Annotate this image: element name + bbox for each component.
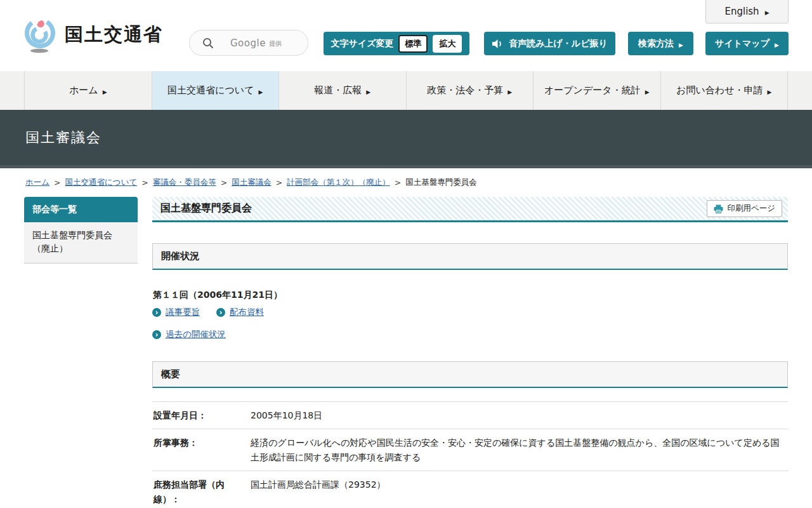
nav-item-home[interactable]: ホーム [25, 71, 152, 110]
sidebar: 部会等一覧 国土基盤専門委員会（廃止） [24, 197, 138, 264]
page-banner: 国土審議会 [0, 110, 812, 168]
triangle-right-icon [258, 85, 263, 97]
breadcrumb-link-kokudo-shingikai[interactable]: 国土審議会 [232, 177, 272, 188]
section-heading-overview: 概要 [152, 361, 788, 388]
sidebar-title: 部会等一覧 [24, 197, 138, 222]
nav-label: 国土交通省について [167, 84, 254, 97]
mlit-logo-mark-icon [24, 17, 58, 53]
meeting-title: 第１１回（2006年11月21日） [153, 290, 788, 301]
speaker-icon [492, 39, 504, 49]
nav-item-about-mlit[interactable]: 国土交通省について [152, 71, 280, 110]
content-area: 部会等一覧 国土基盤専門委員会（廃止） 国土基盤専門委員会 [0, 188, 812, 508]
breadcrumb: ホーム 国土交通省について 審議会・委員会等 国土審議会 計画部会（第１次）（廃… [25, 177, 788, 188]
search-icon [202, 37, 214, 49]
mlit-logo[interactable]: 国土交通省 [24, 17, 163, 53]
chevron-circle-icon [152, 308, 161, 317]
link-item: 配布資料 [216, 307, 264, 318]
printer-icon [714, 204, 723, 213]
triangle-right-icon [366, 85, 370, 97]
link-item: 過去の開催状況 [152, 329, 226, 340]
global-nav-inner: ホーム 国土交通省について 報道・広報 政策・法令・予算 オープンデータ・統計 … [24, 71, 788, 110]
banner-title: 国土審議会 [25, 128, 102, 147]
nav-label: 報道・広報 [314, 84, 362, 97]
site-header: English 国土交通省 [0, 0, 812, 71]
print-page-button[interactable]: 印刷用ページ [707, 200, 782, 217]
breadcrumb-current: 国土基盤専門委員会 [405, 177, 477, 188]
section-meetings: 開催状況 第１１回（2006年11月21日） 議事要旨 配布資料 [152, 243, 788, 340]
overview-table: 設置年月日： 2005年10月18日 所掌事務： 経済のグローバル化への対応や国… [152, 401, 788, 508]
row-label: 設置年月日： [154, 408, 251, 422]
nav-label: 政策・法令・予算 [427, 84, 503, 97]
row-label: 庶務担当部署（内線）： [154, 478, 251, 506]
breadcrumb-link-home[interactable]: ホーム [25, 177, 49, 188]
search-provider-label: Google [230, 37, 266, 49]
nav-item-open-data[interactable]: オープンデータ・統計 [534, 71, 661, 110]
global-nav: ホーム 国土交通省について 報道・広報 政策・法令・予算 オープンデータ・統計 … [0, 71, 812, 110]
site-search-input[interactable]: Google 提供 [189, 30, 308, 56]
minutes-summary-link[interactable]: 議事要旨 [166, 307, 200, 318]
section-heading-meetings: 開催状況 [152, 243, 788, 270]
nav-label: ホーム [69, 84, 98, 97]
meeting-links-row: 議事要旨 配布資料 [152, 307, 788, 318]
row-label: 所掌事務： [154, 436, 251, 464]
sidebar-item-kokudo-kiban[interactable]: 国土基盤専門委員会（廃止） [24, 222, 138, 264]
row-value: 経済のグローバル化への対応や国民生活の安全・安心・安定の確保に資する国土基盤整備… [251, 436, 787, 464]
triangle-right-icon [645, 85, 650, 97]
triangle-right-icon [765, 6, 769, 17]
english-button[interactable]: English [705, 0, 789, 23]
breadcrumb-link-keikaku-bukai[interactable]: 計画部会（第１次）（廃止） [287, 177, 390, 188]
print-page-label: 印刷用ページ [727, 203, 775, 214]
table-row: 設置年月日： 2005年10月18日 [152, 401, 788, 429]
main-content: 国土基盤専門委員会 印刷用ページ [152, 197, 788, 508]
link-item: 議事要旨 [152, 307, 200, 318]
chevron-circle-icon [216, 308, 225, 317]
nav-label: オープンデータ・統計 [544, 84, 641, 97]
table-row: 庶務担当部署（内線）： 国土計画局総合計画課（29352） [152, 471, 788, 508]
triangle-right-icon [679, 39, 683, 49]
breadcrumb-link-councils[interactable]: 審議会・委員会等 [153, 177, 216, 188]
row-value: 国土計画局総合計画課（29352） [251, 478, 787, 506]
font-size-label: 文字サイズ変更 [331, 38, 394, 50]
search-method-label: 検索方法 [638, 38, 674, 50]
search-method-button[interactable]: 検索方法 [628, 32, 693, 55]
text-to-speech-button[interactable]: 音声読み上げ・ルビ振り [484, 32, 615, 55]
font-size-standard-button[interactable]: 標準 [398, 35, 428, 53]
sitemap-label: サイトマップ [715, 38, 769, 50]
nav-label: お問い合わせ・申請 [676, 84, 763, 97]
past-meetings-link[interactable]: 過去の開催状況 [166, 329, 226, 340]
chevron-circle-icon [152, 330, 161, 339]
triangle-right-icon [508, 85, 512, 97]
sitemap-button[interactable]: サイトマップ [705, 32, 789, 55]
font-size-large-button[interactable]: 拡大 [433, 35, 462, 53]
page: English 国土交通省 [0, 0, 812, 508]
handout-materials-link[interactable]: 配布資料 [230, 307, 264, 318]
tts-label: 音声読み上げ・ルビ振り [509, 38, 608, 50]
search-provided-by-label: 提供 [269, 37, 282, 48]
site-title: 国土交通省 [65, 22, 163, 48]
row-value: 2005年10月18日 [251, 408, 787, 422]
triangle-right-icon [775, 39, 779, 49]
triangle-right-icon [103, 85, 107, 97]
english-label: English [724, 6, 759, 17]
triangle-right-icon [767, 85, 771, 97]
past-meetings-row: 過去の開催状況 [152, 329, 788, 340]
page-title-bar: 国土基盤専門委員会 印刷用ページ [152, 197, 788, 222]
nav-item-contact[interactable]: お問い合わせ・申請 [661, 71, 789, 110]
nav-item-press[interactable]: 報道・広報 [279, 71, 407, 110]
page-title: 国土基盤専門委員会 [160, 202, 252, 215]
section-overview: 概要 設置年月日： 2005年10月18日 所掌事務： 経済のグローバル化への対… [152, 361, 788, 508]
font-size-control: 文字サイズ変更 標準 拡大 [324, 32, 469, 55]
breadcrumb-link-about-mlit[interactable]: 国土交通省について [65, 177, 138, 188]
table-row: 所掌事務： 経済のグローバル化への対応や国民生活の安全・安心・安定の確保に資する… [152, 429, 788, 471]
nav-item-policy[interactable]: 政策・法令・予算 [407, 71, 534, 110]
